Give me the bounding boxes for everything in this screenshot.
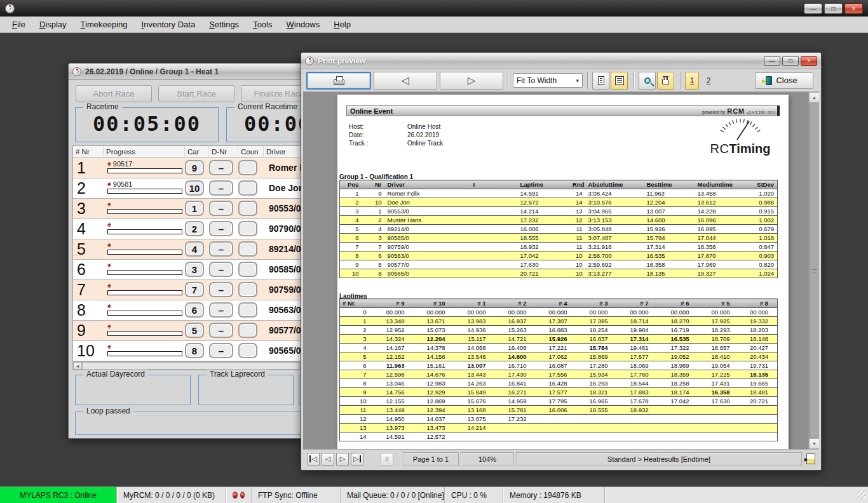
prev-page-button[interactable]: ◁	[322, 453, 334, 466]
print-preview-titlebar[interactable]: Print preview — □ ×	[301, 53, 821, 69]
progress-cell: ♠	[104, 300, 185, 320]
transponder-number: 90517	[113, 160, 133, 168]
report-document-icon[interactable]	[806, 453, 815, 464]
abort-race-button[interactable]: Abort Race	[76, 85, 152, 102]
menu-timekeeping[interactable]: Timekeeping	[74, 18, 135, 31]
column-header-d-nr: D-Nr	[209, 146, 238, 158]
car-number-button[interactable]: 7	[185, 282, 204, 297]
dnr-button[interactable]: –	[209, 302, 233, 318]
continuous-view-button[interactable]	[611, 72, 628, 90]
report-path: Standard > Heatresults [Endtime]	[516, 452, 802, 466]
transponder-number: 90581	[113, 180, 133, 188]
country-button[interactable]	[238, 302, 257, 318]
table-row: 1214.95014.03713.67517.232	[340, 415, 778, 424]
mylaps-status: MYLAPS RC3 : Online	[0, 487, 117, 503]
print-button[interactable]	[306, 72, 371, 90]
page-1-button[interactable]: 1	[685, 72, 699, 90]
country-button[interactable]	[238, 343, 257, 358]
menu-settings[interactable]: Settings	[202, 18, 246, 31]
single-page-view-button[interactable]	[592, 72, 609, 90]
menu-file[interactable]: File	[5, 18, 32, 31]
country-button[interactable]	[238, 201, 257, 216]
dnr-button[interactable]: –	[209, 201, 233, 216]
dnr-button[interactable]: –	[209, 180, 233, 196]
scroll-up-button[interactable]: ▲	[809, 92, 819, 103]
zoom-tool-button[interactable]	[639, 72, 656, 90]
scrollbar-thumb[interactable]	[809, 104, 819, 438]
progress-bar	[107, 331, 182, 336]
table-row: 210Doe Jon12.572143:10.57612.20413.6120.…	[340, 198, 778, 207]
maximize-button[interactable]: □	[824, 3, 843, 14]
country-button[interactable]	[238, 282, 257, 297]
scrollbar-thumb[interactable]	[82, 362, 299, 370]
dnr-button[interactable]: –	[209, 282, 233, 297]
start-race-button[interactable]: Start Race	[158, 85, 234, 102]
table-row: 414.16714.37814.06816.40817.22115.78419.…	[340, 344, 778, 352]
zoom-mode-value: Fit To Width	[517, 76, 557, 85]
preview-minimize-button[interactable]: —	[764, 56, 780, 66]
laprecord-label: Track Laprecord	[207, 370, 268, 379]
menu-tools[interactable]: Tools	[246, 18, 279, 31]
position-number: 7	[73, 280, 104, 300]
country-button[interactable]	[238, 262, 257, 277]
table-row: 9590577/017.630102:59.69216.35817.9690.8…	[340, 260, 778, 269]
car-number-button[interactable]: 1	[185, 201, 204, 216]
close-button[interactable]: ×	[844, 3, 863, 14]
column-header: # 4	[536, 299, 576, 308]
car-number-button[interactable]: 9	[185, 160, 204, 175]
dnr-button[interactable]: –	[209, 262, 233, 277]
app-status-bar: MYLAPS RC3 : Online MyRCM: 0 / 0 / 0 / 0…	[0, 486, 868, 503]
page-2-button[interactable]: 2	[702, 72, 715, 90]
car-number-button[interactable]: 3	[185, 262, 204, 277]
vertical-scrollbar[interactable]: ▲ ▼	[808, 92, 819, 449]
pan-tool-button[interactable]	[657, 72, 674, 90]
dnr-button[interactable]: –	[209, 160, 233, 175]
preview-maximize-button[interactable]: □	[782, 56, 799, 66]
print-preview-title: Print preview	[318, 57, 365, 65]
menu-windows[interactable]: Windows	[279, 18, 327, 31]
scroll-left-button[interactable]: ◄	[73, 362, 82, 370]
dnr-button[interactable]: –	[209, 221, 233, 236]
next-page-nav-button[interactable]: ▷	[336, 453, 349, 466]
car-number-button[interactable]: 6	[185, 302, 204, 318]
dnr-button[interactable]: –	[209, 343, 233, 358]
close-preview-button[interactable]: Close	[755, 72, 813, 89]
car-number-button[interactable]: 4	[185, 241, 204, 257]
last-page-button[interactable]: ▷	[351, 453, 363, 466]
preview-close-button[interactable]: ×	[801, 56, 817, 66]
exit-door-icon	[766, 76, 772, 85]
country-button[interactable]	[238, 221, 257, 236]
menu-help[interactable]: Help	[327, 18, 358, 31]
menu-inventory-data[interactable]: Inventory Data	[135, 18, 203, 31]
goto-page-button[interactable]: #	[381, 453, 393, 466]
car-marker-icon: ♠	[107, 221, 111, 228]
table-row: 19Romer Felix14.591143:08.42411.96313.45…	[340, 189, 778, 198]
car-marker-icon: ♠	[107, 302, 111, 309]
table-row: 1414.59112.572	[340, 433, 778, 441]
dnr-button[interactable]: –	[209, 241, 233, 257]
previous-page-button[interactable]: ◁	[374, 72, 437, 90]
menu-display[interactable]: Display	[32, 18, 74, 31]
country-button[interactable]	[238, 180, 257, 196]
first-page-button[interactable]: ◁	[307, 453, 320, 466]
car-number-button[interactable]: 2	[185, 221, 204, 236]
country-button[interactable]	[238, 241, 257, 257]
column-header: Absoluttime	[585, 180, 643, 189]
country-button[interactable]	[238, 323, 257, 338]
resize-grip[interactable]	[857, 491, 865, 499]
minimize-button[interactable]: —	[804, 3, 822, 14]
car-number-button[interactable]: 10	[185, 180, 204, 196]
car-number-button[interactable]: 5	[185, 323, 204, 338]
country-button[interactable]	[238, 160, 257, 175]
column-header-progress: Progress	[104, 146, 185, 158]
zoom-mode-select[interactable]: Fit To Width ▾	[513, 73, 583, 88]
car-marker-icon: ♠	[107, 343, 111, 350]
next-page-button[interactable]: ▷	[440, 72, 503, 90]
column-header: I	[473, 180, 512, 189]
table-row: 113.34813.67113.98316.93717.30717.39518.…	[340, 317, 778, 326]
column-header: # 6	[658, 299, 698, 308]
dnr-button[interactable]: –	[209, 323, 233, 338]
racetime-label: Racetime	[83, 102, 122, 111]
car-number-button[interactable]: 8	[185, 343, 204, 358]
scroll-down-button[interactable]: ▼	[809, 438, 819, 449]
